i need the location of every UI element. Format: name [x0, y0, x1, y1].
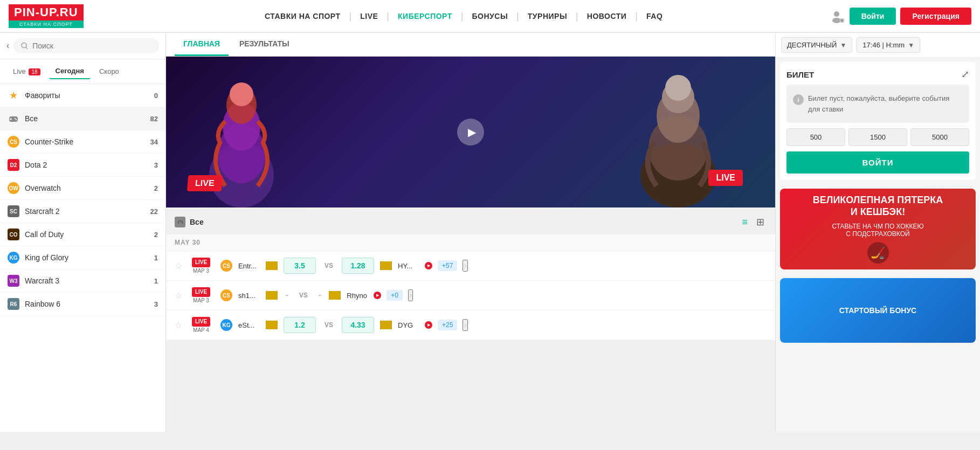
- sidebar-item-cod[interactable]: CO Call of Duty 2: [0, 223, 165, 246]
- more-count: +57: [438, 260, 457, 271]
- register-button[interactable]: Регистрация: [900, 8, 971, 25]
- odds-button-2[interactable]: 4.33: [342, 317, 374, 333]
- sidebar-item-cs[interactable]: CS Counter-Strike 34: [0, 130, 165, 154]
- live-tag: LIVE: [192, 258, 210, 267]
- gamepad-icon: [8, 113, 19, 124]
- live-tag-wrap: LIVE MAP 3: [188, 258, 215, 274]
- sidebar-item-overwatch[interactable]: OW Overwatch 2: [0, 177, 165, 200]
- odds2-dash: -: [319, 291, 321, 300]
- match-detail-button[interactable]: ›: [463, 260, 467, 272]
- nav-sport[interactable]: СТАВКИ НА СПОРТ: [258, 9, 347, 24]
- sidebar-item-wc3[interactable]: W3 Warcraft 3 1: [0, 269, 165, 293]
- search-box[interactable]: [13, 38, 159, 53]
- sidebar-item-count: 22: [150, 207, 158, 216]
- live-tag: LIVE: [192, 287, 210, 297]
- ad-banner-start[interactable]: СТАРТОВЫЙ БОНУС: [780, 278, 976, 343]
- tab-today[interactable]: Сегодня: [49, 64, 91, 79]
- nav-live[interactable]: LIVE: [354, 9, 384, 24]
- sidebar-item-count: 3: [154, 161, 158, 169]
- kog-icon: KG: [8, 252, 19, 264]
- sidebar-item-kog[interactable]: KG King of Glory 1: [0, 246, 165, 269]
- sidebar-item-r6[interactable]: R6 Rainbow 6 3: [0, 293, 165, 316]
- tab-soon[interactable]: Скоро: [93, 64, 126, 79]
- amount-5000-button[interactable]: 5000: [910, 128, 969, 146]
- nav-news[interactable]: НОВОСТИ: [581, 9, 633, 24]
- match-row: ☆ LIVE MAP 4 KG eSt... 1.2 VS 4.33 DYG: [166, 310, 775, 340]
- ad-banner2-text: СТАРТОВЫЙ БОНУС: [839, 306, 916, 315]
- match-row: ☆ LIVE MAP 3 CS sh1... - VS - Rhyno +0: [166, 281, 775, 310]
- sidebar-item-count: 2: [154, 184, 158, 192]
- nav-tournaments[interactable]: ТУРНИРЫ: [521, 9, 574, 24]
- favorite-button[interactable]: ☆: [175, 290, 182, 301]
- nav-sep-2: |: [387, 11, 389, 22]
- sidebar-item-all[interactable]: Все 82: [0, 107, 165, 130]
- favorite-button[interactable]: ☆: [175, 320, 182, 330]
- hockey-puck-icon: 🏒: [867, 242, 889, 264]
- amount-1500-button[interactable]: 1500: [848, 128, 907, 146]
- odds1-dash: -: [286, 291, 288, 300]
- search-icon: [21, 42, 28, 50]
- info-icon: i: [793, 94, 804, 105]
- team2-flag: [328, 289, 341, 302]
- grid-view-button[interactable]: ⊞: [754, 215, 767, 229]
- games-view-controls: ≡ ⊞: [740, 215, 767, 229]
- sidebar-item-dota2[interactable]: D2 Dota 2 3: [0, 154, 165, 177]
- user-icon[interactable]: [828, 8, 845, 25]
- logo[interactable]: PIN-UP.RU СТАВКИ НА СПОРТ: [9, 4, 84, 28]
- odds-button-1[interactable]: 1.2: [284, 317, 316, 333]
- game-icon-cs: CS: [220, 289, 233, 302]
- games-section-title: 🎮 Все: [175, 217, 735, 227]
- dropdown-arrow-icon: ▼: [840, 41, 846, 49]
- tab-main[interactable]: ГЛАВНАЯ: [175, 33, 229, 56]
- sidebar-item-label: Rainbow 6: [25, 300, 149, 308]
- odds-button-2[interactable]: 1.28: [342, 258, 374, 274]
- sidebar-collapse-button[interactable]: ‹: [6, 41, 9, 51]
- vs-text: VS: [299, 292, 308, 299]
- nav-esport[interactable]: КИБЕРСПОРТ: [391, 9, 459, 24]
- sidebar-item-count: 1: [154, 277, 158, 285]
- tab-live[interactable]: Live 18: [6, 64, 47, 79]
- favorite-button[interactable]: ☆: [175, 261, 182, 271]
- overwatch-icon: OW: [8, 182, 19, 194]
- live-tag: LIVE: [192, 317, 210, 327]
- login-button[interactable]: Войти: [850, 8, 896, 25]
- match-row: ☆ LIVE MAP 3 CS Entr... 3.5 VS 1.28 HY..…: [166, 251, 775, 281]
- odds-button-1[interactable]: 3.5: [284, 258, 316, 274]
- dota-icon: D2: [8, 159, 19, 171]
- match-detail-button[interactable]: ›: [408, 289, 413, 301]
- svg-point-10: [15, 118, 16, 119]
- tab-results[interactable]: РЕЗУЛЬТАТЫ: [231, 33, 298, 56]
- sidebar: ‹ Live 18 Сегодня Скоро ★: [0, 33, 166, 432]
- map-tag: MAP 3: [193, 268, 209, 274]
- sidebar-item-count: 3: [154, 300, 158, 308]
- ticket-submit-button[interactable]: ВОЙТИ: [786, 151, 969, 174]
- sidebar-item-favorites[interactable]: ★ Фавориты 0: [0, 84, 165, 107]
- banner-live-badge2: LIVE: [708, 170, 743, 186]
- r6-icon: R6: [8, 298, 19, 310]
- nav-bonuses[interactable]: БОНУСЫ: [466, 9, 515, 24]
- banner-play-button[interactable]: [457, 119, 484, 146]
- team2-name: DYG: [398, 321, 419, 329]
- svg-point-5: [22, 43, 26, 48]
- banner-live-badge: LIVE: [187, 175, 223, 191]
- match-detail-button[interactable]: ›: [463, 319, 467, 331]
- game-icon-cs: CS: [220, 259, 233, 272]
- sidebar-item-sc2[interactable]: SC Starcraft 2 22: [0, 200, 165, 223]
- svg-marker-24: [266, 261, 278, 270]
- list-view-button[interactable]: ≡: [740, 215, 750, 229]
- quick-amounts: 500 1500 5000: [786, 128, 969, 146]
- game-icon-kog: KG: [220, 319, 233, 331]
- amount-500-button[interactable]: 500: [786, 128, 845, 146]
- logo-top: PIN-UP.RU: [9, 4, 84, 20]
- odds-format-dropdown[interactable]: ДЕСЯТИЧНЫЙ ▼: [781, 37, 852, 53]
- vs-text: VS: [325, 321, 333, 329]
- time-format-dropdown[interactable]: 17:46 | H:mm ▼: [857, 37, 920, 53]
- ad-banner-subtext: СТАВЬТЕ НА ЧМ ПО ХОККЕЮС ПОДСТРАХОВКОЙ: [832, 223, 923, 238]
- ticket-empty-state: i Билет пуст, пожалуйста, выберите событ…: [786, 85, 969, 123]
- right-panel: ДЕСЯТИЧНЫЙ ▼ 17:46 | H:mm ▼ БИЛЕТ ⤢ i Би…: [775, 33, 980, 432]
- ticket-expand-button[interactable]: ⤢: [961, 68, 969, 80]
- search-input[interactable]: [32, 41, 151, 50]
- live-tag-wrap: LIVE MAP 4: [188, 317, 215, 333]
- ad-banner-hockey[interactable]: ВЕЛИКОЛЕПНАЯ ПЯТЕРКАИ КЕШБЭК! СТАВЬТЕ НА…: [780, 189, 976, 269]
- nav-faq[interactable]: FAQ: [640, 9, 669, 24]
